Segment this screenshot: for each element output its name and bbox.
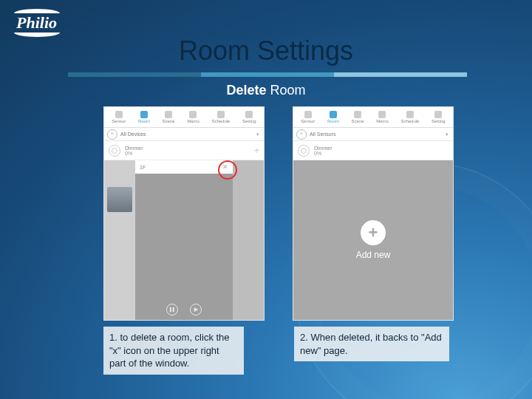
tab-setting[interactable]: Setting xyxy=(432,111,446,123)
carousel-prev[interactable] xyxy=(104,160,135,320)
subbar-label: All Sensors xyxy=(310,132,335,137)
svg-marker-2 xyxy=(194,307,199,312)
schedule-icon xyxy=(217,111,225,118)
tab-setting[interactable]: Setting xyxy=(242,111,256,123)
chevron-down-icon[interactable]: ▾ xyxy=(446,132,449,137)
scene-icon xyxy=(165,111,172,118)
add-new-panel[interactable]: + Add new xyxy=(293,160,453,320)
panel-body: + Add new xyxy=(293,160,453,320)
tab-label: Schedule xyxy=(400,119,419,123)
tab-bar: Sensor Room Scene Macro Schedule Setting xyxy=(293,107,453,128)
tab-label: Setting xyxy=(242,119,256,123)
tab-label: Scene xyxy=(352,119,364,123)
tab-room[interactable]: Room xyxy=(327,111,339,123)
add-icon[interactable]: + xyxy=(296,129,307,140)
dimmer-knob-icon[interactable] xyxy=(109,145,120,157)
page-title: Room Settings xyxy=(0,35,532,66)
scene-icon xyxy=(354,111,361,118)
tab-macro[interactable]: Macro xyxy=(376,111,389,123)
subtitle-bold: Delete xyxy=(226,83,266,98)
tab-schedule[interactable]: Schedule xyxy=(211,111,230,123)
bottom-controls xyxy=(135,304,233,316)
highlight-circle xyxy=(218,160,237,180)
sensor-icon xyxy=(115,111,123,118)
add-new-label: Add new xyxy=(356,250,391,260)
subtitle: Delete Room xyxy=(0,83,532,98)
room-icon xyxy=(330,111,337,118)
sub-bar: + All Devices ▾ xyxy=(104,128,264,141)
sensor-icon xyxy=(304,111,312,118)
room-icon xyxy=(140,111,148,118)
setting-icon xyxy=(245,111,253,118)
device-name: Dimmer xyxy=(125,146,143,151)
tab-label: Macro xyxy=(187,119,200,123)
subbar-label: All Devices xyxy=(120,132,146,137)
tab-label: Room xyxy=(138,119,150,123)
device-value: 0% xyxy=(314,151,332,156)
subtitle-rest: Room xyxy=(267,83,306,98)
screenshot-right: Sensor Room Scene Macro Schedule Setting… xyxy=(293,106,454,321)
room-name: 1F xyxy=(140,165,146,170)
tab-room[interactable]: Room xyxy=(138,111,150,123)
macro-icon xyxy=(189,111,197,118)
brand-logo: Philio xyxy=(16,13,57,33)
carousel-current: 1F ✕ xyxy=(135,160,233,320)
device-row: Dimmer 0% xyxy=(293,141,453,160)
tab-label: Sensor xyxy=(112,119,126,123)
tab-sensor[interactable]: Sensor xyxy=(301,111,315,123)
tab-macro[interactable]: Macro xyxy=(187,111,200,123)
device-name: Dimmer xyxy=(314,146,332,151)
tab-bar: Sensor Room Scene Macro Schedule Setting xyxy=(104,107,264,128)
caption-1: 1. to delete a room, click the "x" icon … xyxy=(103,327,244,375)
slide: Philio Room Settings Delete Room Sensor … xyxy=(0,0,532,399)
screenshot-left: Sensor Room Scene Macro Schedule Setting… xyxy=(103,106,265,321)
title-underline xyxy=(68,72,467,77)
tab-sensor[interactable]: Sensor xyxy=(112,111,126,123)
macro-icon xyxy=(378,111,386,118)
tab-label: Sensor xyxy=(301,119,315,123)
setting-icon xyxy=(434,111,442,118)
add-device-icon[interactable]: + xyxy=(254,146,259,156)
room-thumb xyxy=(107,187,132,212)
tab-label: Room xyxy=(327,119,339,123)
tab-scene[interactable]: Scene xyxy=(352,111,364,123)
tab-label: Scene xyxy=(163,119,175,123)
caption-2: 2. When deleted, it backs to "Add new" p… xyxy=(294,327,449,361)
device-value: 0% xyxy=(125,151,143,156)
svg-rect-0 xyxy=(170,307,171,312)
room-carousel[interactable]: 1F ✕ xyxy=(104,160,264,320)
chevron-down-icon[interactable]: ▾ xyxy=(256,132,259,137)
carousel-next[interactable] xyxy=(233,160,264,320)
svg-rect-1 xyxy=(173,307,174,312)
dimmer-knob-icon[interactable] xyxy=(298,145,310,157)
tab-label: Schedule xyxy=(211,119,230,123)
plus-circle-icon[interactable]: + xyxy=(361,220,386,245)
tab-schedule[interactable]: Schedule xyxy=(400,111,419,123)
add-icon[interactable]: + xyxy=(107,129,117,140)
tab-scene[interactable]: Scene xyxy=(163,111,175,123)
pause-icon[interactable] xyxy=(166,304,178,316)
device-row: Dimmer 0% + xyxy=(104,141,264,160)
schedule-icon xyxy=(406,111,414,118)
play-icon[interactable] xyxy=(190,304,202,316)
tab-label: Macro xyxy=(376,119,389,123)
panel-body: 1F ✕ xyxy=(104,160,264,320)
tab-label: Setting xyxy=(432,119,446,123)
sub-bar: + All Sensors ▾ xyxy=(293,128,453,141)
